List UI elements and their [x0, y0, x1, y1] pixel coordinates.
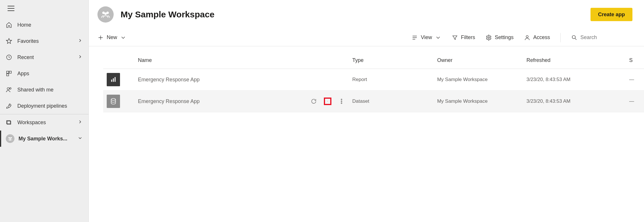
- list-icon: [412, 34, 418, 41]
- svg-rect-22: [328, 101, 328, 101]
- svg-rect-19: [113, 78, 114, 82]
- item-name: Emergency Response App: [134, 91, 273, 112]
- workspaces-icon: [6, 119, 12, 126]
- svg-point-24: [341, 101, 342, 102]
- svg-rect-2: [9, 71, 11, 73]
- report-icon: [107, 73, 120, 86]
- sidebar-item-label: Recent: [17, 54, 77, 60]
- sidebar-item-workspaces[interactable]: Workspaces: [0, 114, 88, 131]
- sidebar-item-apps[interactable]: Apps: [0, 65, 88, 82]
- sidebar-item-label: Deployment pipelines: [17, 103, 83, 109]
- sidebar-item-label: Workspaces: [17, 120, 77, 126]
- column-header-refreshed[interactable]: Refreshed: [523, 52, 625, 69]
- svg-point-4: [7, 88, 9, 90]
- sidebar-item-label: My Sample Works...: [19, 136, 77, 142]
- toolbar-label: View: [421, 34, 432, 41]
- schedule-refresh-button[interactable]: [324, 98, 331, 105]
- svg-rect-20: [115, 77, 115, 82]
- column-header-owner[interactable]: Owner: [434, 52, 523, 69]
- chevron-down-icon: [435, 34, 441, 41]
- svg-point-17: [572, 35, 575, 38]
- plus-icon: [97, 34, 104, 41]
- chevron-right-icon: [77, 38, 83, 45]
- search-icon: [571, 34, 577, 41]
- sidebar-item-favorites[interactable]: Favorites: [0, 33, 88, 49]
- toolbar: New View Filters Settings Access: [89, 29, 644, 46]
- new-button[interactable]: New: [97, 34, 126, 41]
- sidebar-item-label: Apps: [17, 71, 83, 77]
- table-row[interactable]: Emergency Response App Report My Sample …: [103, 69, 644, 91]
- column-header-type[interactable]: Type: [349, 52, 433, 69]
- sidebar-item-shared[interactable]: Shared with me: [0, 82, 88, 98]
- filters-button[interactable]: Filters: [452, 34, 475, 41]
- sidebar: Home Favorites Recent Apps: [0, 0, 89, 222]
- item-name: Emergency Response App: [134, 69, 273, 91]
- svg-point-14: [104, 12, 107, 15]
- settings-button[interactable]: Settings: [486, 34, 514, 41]
- sidebar-item-current-workspace[interactable]: My Sample Works...: [0, 131, 88, 147]
- schedule-refresh-icon: [327, 98, 328, 104]
- toolbar-divider: [560, 33, 561, 42]
- item-owner: My Sample Workspace: [434, 91, 523, 112]
- item-last: —: [626, 69, 644, 91]
- item-owner: My Sample Workspace: [434, 69, 523, 91]
- item-type: Report: [349, 69, 433, 91]
- column-header-partial[interactable]: S: [626, 52, 644, 69]
- dataset-icon: [107, 95, 120, 108]
- item-refreshed: 3/23/20, 8:43:53 AM: [523, 91, 625, 112]
- sidebar-item-label: Shared with me: [17, 87, 83, 93]
- main-content: My Sample Workspace Create app New View …: [89, 0, 644, 222]
- workspace-avatar-icon: [6, 134, 14, 143]
- item-type: Dataset: [349, 91, 433, 112]
- person-icon: [524, 34, 530, 41]
- toolbar-label: Filters: [461, 34, 475, 41]
- toolbar-label: New: [107, 34, 117, 41]
- item-last: —: [626, 91, 644, 112]
- refresh-icon: [311, 98, 317, 104]
- table-row[interactable]: Emergency Response App: [103, 91, 644, 112]
- clock-icon: [6, 54, 12, 60]
- workspace-avatar-icon: [97, 6, 114, 23]
- search-tool: [571, 34, 632, 41]
- toolbar-label: Access: [533, 34, 550, 41]
- refresh-now-button[interactable]: [310, 98, 318, 105]
- item-refreshed: 3/23/20, 8:43:53 AM: [523, 69, 625, 91]
- content-table: Name Type Owner Refreshed S: [103, 52, 644, 112]
- svg-point-23: [341, 99, 342, 100]
- home-icon: [6, 22, 12, 28]
- hamburger-menu-button[interactable]: [8, 6, 14, 11]
- create-app-button[interactable]: Create app: [591, 8, 632, 21]
- chevron-right-icon: [77, 54, 83, 61]
- view-button[interactable]: View: [412, 34, 441, 41]
- gear-icon: [486, 34, 492, 41]
- svg-point-6: [10, 105, 10, 105]
- more-options-button[interactable]: [338, 98, 345, 105]
- workspace-header: My Sample Workspace Create app: [89, 0, 644, 29]
- apps-icon: [6, 70, 12, 77]
- column-header-name[interactable]: Name: [134, 52, 273, 69]
- svg-point-21: [111, 98, 115, 100]
- search-input[interactable]: [580, 34, 632, 41]
- workspace-title: My Sample Workspace: [121, 10, 591, 19]
- filter-icon: [452, 34, 458, 41]
- sidebar-item-home[interactable]: Home: [0, 17, 88, 33]
- svg-rect-1: [7, 71, 9, 73]
- svg-point-16: [526, 35, 528, 37]
- more-vertical-icon: [338, 98, 345, 104]
- star-icon: [6, 38, 12, 44]
- sidebar-item-label: Home: [17, 22, 83, 28]
- chevron-down-icon: [77, 135, 83, 142]
- svg-point-5: [10, 88, 11, 89]
- access-button[interactable]: Access: [524, 34, 550, 41]
- svg-point-25: [341, 103, 342, 104]
- chevron-right-icon: [77, 119, 83, 126]
- chevron-down-icon: [120, 34, 126, 41]
- svg-point-15: [488, 37, 490, 38]
- sidebar-item-pipelines[interactable]: Deployment pipelines: [0, 98, 88, 114]
- toolbar-label: Settings: [495, 34, 514, 41]
- svg-rect-18: [111, 80, 112, 82]
- sidebar-item-recent[interactable]: Recent: [0, 49, 88, 65]
- people-icon: [6, 87, 12, 93]
- sidebar-item-label: Favorites: [17, 38, 77, 44]
- svg-rect-3: [7, 74, 9, 76]
